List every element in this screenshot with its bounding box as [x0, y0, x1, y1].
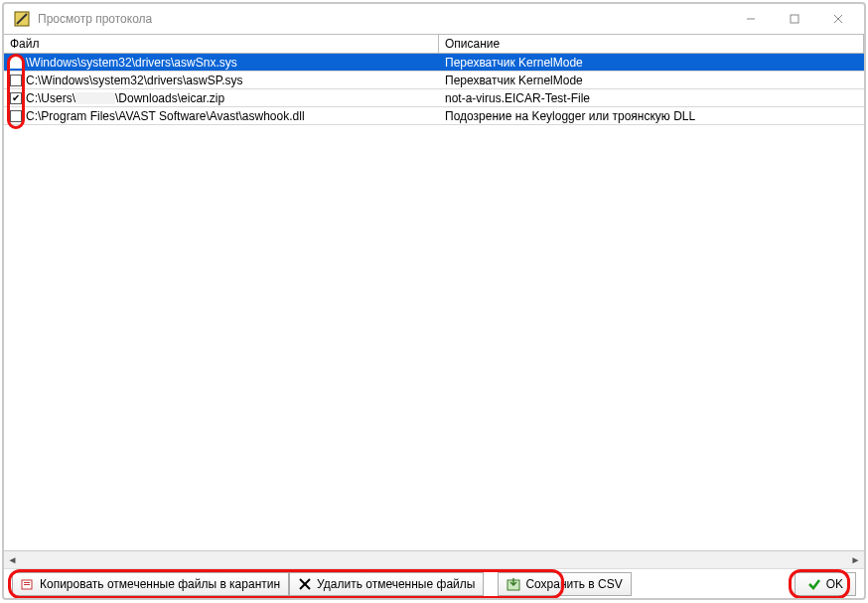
svg-rect-7	[24, 584, 30, 585]
window-controls	[729, 5, 860, 33]
row-checkbox[interactable]	[10, 57, 22, 69]
close-button[interactable]	[816, 5, 860, 33]
cell-description: not-a-virus.EICAR-Test-File	[439, 91, 864, 105]
quarantine-button[interactable]: Копировать отмеченные файлы в карантин	[12, 572, 289, 596]
redacted-segment	[75, 92, 115, 104]
table-row[interactable]: C:\Windows\system32\drivers\aswSP.sysПер…	[4, 72, 864, 89]
save-csv-label: Сохранить в CSV	[525, 577, 622, 591]
cell-description: Перехватчик KernelMode	[439, 56, 864, 70]
cell-description: Перехватчик KernelMode	[439, 74, 864, 87]
cell-description: Подозрение на Keylogger или троянскую DL…	[439, 109, 864, 123]
check-icon	[807, 577, 821, 591]
file-path-text: C:\Windows\system32\drivers\aswSP.sys	[26, 74, 243, 87]
scroll-left-arrow[interactable]: ◄	[4, 551, 21, 568]
file-path-text: C:\Program Files\AVAST Software\Avast\as…	[26, 109, 305, 123]
ok-button[interactable]: OK	[795, 572, 856, 596]
file-path-text: C:\Users\\Downloads\eicar.zip	[26, 91, 224, 105]
row-checkbox[interactable]: ✔	[10, 92, 22, 104]
row-checkbox[interactable]	[10, 110, 22, 122]
delete-label: Удалить отмеченные файлы	[317, 577, 475, 591]
title-bar[interactable]: Просмотр протокола	[4, 4, 864, 34]
window-frame: Просмотр протокола Файл Описание \Window…	[2, 2, 866, 600]
maximize-button[interactable]	[773, 5, 816, 33]
save-csv-button[interactable]: Сохранить в CSV	[498, 572, 631, 596]
cell-file: ✔C:\Users\\Downloads\eicar.zip	[4, 91, 439, 105]
app-icon	[14, 11, 30, 27]
horizontal-scrollbar[interactable]: ◄ ►	[4, 550, 864, 568]
window-title: Просмотр протокола	[38, 12, 729, 26]
button-bar: Копировать отмеченные файлы в карантин У…	[4, 568, 864, 598]
table-row[interactable]: C:\Program Files\AVAST Software\Avast\as…	[4, 107, 864, 125]
column-header-desc[interactable]: Описание	[439, 35, 864, 53]
cell-file: C:\Windows\system32\drivers\aswSP.sys	[4, 74, 439, 87]
ok-label: OK	[826, 577, 843, 591]
file-path-text: \Windows\system32\drivers\aswSnx.sys	[26, 56, 237, 70]
column-header-file[interactable]: Файл	[4, 35, 439, 53]
cell-file: \Windows\system32\drivers\aswSnx.sys	[4, 56, 439, 70]
table-row[interactable]: ✔C:\Users\\Downloads\eicar.zipnot-a-viru…	[4, 89, 864, 107]
svg-rect-6	[24, 582, 30, 583]
table-row[interactable]: \Windows\system32\drivers\aswSnx.sysПере…	[4, 54, 864, 72]
table-body: \Windows\system32\drivers\aswSnx.sysПере…	[4, 54, 864, 550]
scroll-right-arrow[interactable]: ►	[847, 551, 864, 568]
quarantine-label: Копировать отмеченные файлы в карантин	[40, 577, 280, 591]
svg-rect-2	[791, 15, 798, 23]
row-checkbox[interactable]	[10, 75, 22, 86]
cell-file: C:\Program Files\AVAST Software\Avast\as…	[4, 109, 439, 123]
table-header: Файл Описание	[4, 34, 864, 54]
minimize-button[interactable]	[729, 5, 773, 33]
delete-button[interactable]: Удалить отмеченные файлы	[289, 572, 484, 596]
delete-icon	[298, 577, 312, 591]
save-csv-icon	[506, 577, 520, 591]
quarantine-icon	[21, 577, 35, 591]
